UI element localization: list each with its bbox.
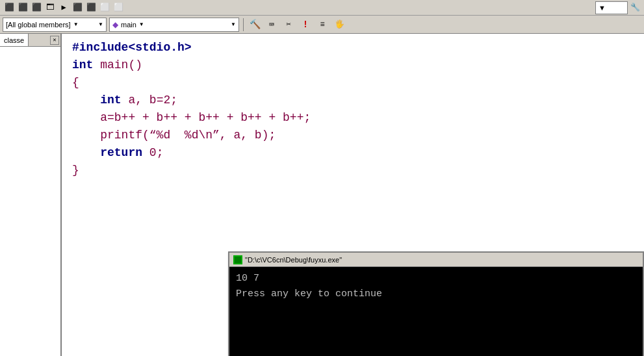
panel-close-btn[interactable]: ✕ [50,36,59,45]
console-app-icon [233,255,242,264]
toolbar-icon-10[interactable]: 🔧 [628,1,641,14]
left-panel-content [0,47,60,52]
code-main: main() [93,57,142,74]
code-line-7: return 0; [72,144,634,162]
toolbar-sep-1 [243,18,244,31]
code-brace-close: } [72,162,79,179]
code-expr: a=b++ + b++ + b++ + b++ + b++; [72,109,311,127]
code-printf: printf(“%d %d\n”, a, b); [72,127,276,144]
console-output-line2: Press any key to continue [236,286,636,302]
code-include: #include<stdio.h> [72,39,192,57]
left-panel-header: classe ✕ [0,34,60,47]
toolbar-icon-8[interactable]: ⬜ [98,1,111,14]
code-line-2: int main() [72,57,634,74]
code-brace-open: { [72,74,79,92]
dropdown1-arrow: ▼ [73,21,79,27]
editor-area[interactable]: #include<stdio.h> int main() { int a, b=… [62,34,644,356]
code-line-5: a=b++ + b++ + b++ + b++ + b++; [72,109,634,127]
toolbar-icon-4[interactable]: 🗔 [44,1,57,14]
code-keyword-int2: int [100,92,121,109]
toolbar-icon-3[interactable]: ⬛ [30,1,43,14]
code-line-6: printf(“%d %d\n”, a, b); [72,127,634,144]
hand-btn[interactable]: 🖐 [332,18,346,32]
code-line-8: } [72,162,634,179]
dropdown2-arrow: ▼ [139,21,144,27]
code-keyword-int: int [72,57,93,74]
code-line-3: { [72,74,634,92]
exclaim-btn[interactable]: ! [298,18,313,32]
zoom-combo[interactable]: ▼ [595,1,628,14]
global-members-dropdown[interactable]: [All global members] ▼ [3,18,107,32]
diamond-icon: ◆ [112,20,118,29]
code-keyword-return: return [72,144,142,162]
classes-tab-label: classe [4,36,24,44]
toolbar-icon-9[interactable]: ⬜ [112,1,125,14]
keyboard-btn[interactable]: ⌨ [264,18,279,32]
console-output-line1: 10 7 [236,271,636,286]
top-icon-bar: ⬛ ⬛ ⬛ 🗔 ▶ ⬛ ⬛ ⬜ ⬜ ▼ 🔧 [0,0,644,16]
toolbar-icon-1[interactable]: ⬛ [3,1,16,14]
function-label: main [121,21,136,29]
main-area: classe ✕ #include<stdio.h> int main() { [0,34,644,356]
toolbar-icon-6[interactable]: ⬛ [71,1,84,14]
code-return-val: 0; [142,144,163,162]
code-line-1: #include<stdio.h> [72,39,634,57]
code-line-4: int a, b=2; [72,92,634,109]
toolbar-icon-5[interactable]: ▶ [57,1,70,14]
second-toolbar: [All global members] ▼ ◆ main ▼ 🔨 ⌨ ✂ ! … [0,16,644,34]
classes-tab[interactable]: classe [0,34,29,46]
left-panel: classe ✕ [0,34,62,356]
toolbar-icon-7[interactable]: ⬛ [84,1,97,14]
console-body: 10 7 Press any key to continue [229,267,643,356]
code-ab: a, b=2; [122,92,177,109]
code-indent-4 [72,92,100,109]
cut-btn[interactable]: ✂ [281,18,296,32]
list-btn[interactable]: ≡ [315,18,329,32]
build-btn[interactable]: 🔨 [248,18,262,32]
code-content: #include<stdio.h> int main() { int a, b=… [62,34,644,184]
function-dropdown[interactable]: ◆ main ▼ [109,18,239,32]
console-window: "D:\c\VC6cn\Debug\fuyxu.exe" 10 7 Press … [228,251,644,356]
console-title: "D:\c\VC6cn\Debug\fuyxu.exe" [245,256,639,264]
toolbar-icon-2[interactable]: ⬛ [16,1,29,14]
console-titlebar: "D:\c\VC6cn\Debug\fuyxu.exe" [229,253,643,267]
global-members-label: [All global members] [6,21,71,29]
